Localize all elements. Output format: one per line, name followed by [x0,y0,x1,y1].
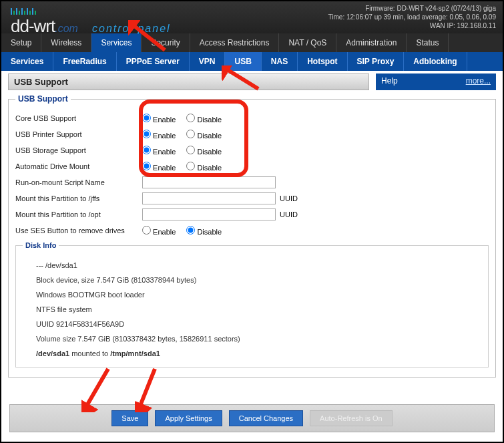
logo-text: dd-wrt [11,16,55,36]
mount-enable-radio[interactable] [142,162,151,170]
disk-line: NTFS file system [29,302,475,317]
firmware-line: Firmware: DD-WRT v24-sp2 (07/24/13) giga [328,4,496,13]
tab-status[interactable]: Status [407,33,449,52]
subtab-sip-proxy[interactable]: SIP Proxy [348,52,405,71]
storage-enable-radio[interactable] [142,146,151,154]
header: dd-wrt.com control panel Firmware: DD-WR… [1,1,503,33]
logo-bars-icon [11,7,37,15]
help-title: Help [381,76,398,88]
opt-input[interactable] [142,208,276,220]
disk-info-fieldset: Disk Info --- /dev/sda1 Block device, si… [15,241,489,367]
jffs-input[interactable] [142,192,276,204]
disk-line: Windows BOOTMGR boot loader [29,287,475,302]
uptime-line: Time: 12:06:07 up 39 min, load average: … [328,13,496,21]
subtab-vpn[interactable]: VPN [190,52,226,71]
disk-info-legend: Disk Info [23,241,59,249]
core-usb-label: Core USB Support [15,114,142,122]
apply-settings-button[interactable]: Apply Settings [155,410,222,426]
core-usb-disable-radio[interactable] [186,114,195,122]
tabs-sub: Services FreeRadius PPPoE Server VPN USB… [1,52,503,71]
usb-support-legend: USB Support [15,94,71,104]
jffs-uuid-label: UUID [280,194,298,202]
tab-nat-qos[interactable]: NAT / QoS [279,33,336,52]
subtab-freeradius[interactable]: FreeRadius [53,52,116,71]
help-panel-header: Help more... [376,73,496,90]
script-label: Run-on-mount Script Name [15,178,142,186]
save-button[interactable]: Save [111,410,148,426]
help-more-link[interactable]: more... [466,76,491,88]
wanip-line: WAN IP: 192.168.0.11 [328,21,496,30]
disk-mounted-line: /dev/sda1 mounted to /tmp/mnt/sda1 [29,346,475,361]
core-usb-enable-radio[interactable] [142,114,151,122]
page-title: USB Support [8,73,369,90]
mount-label: Automatic Drive Mount [15,162,142,170]
printer-label: USB Printer Support [15,130,142,138]
opt-uuid-label: UUID [280,210,298,218]
jffs-label: Mount this Partition to /jffs [15,194,142,202]
logo-subtitle: control panel [92,23,171,34]
ses-disable-radio[interactable] [186,226,195,235]
ses-label: Use SES Button to remove drives [15,227,142,235]
subtab-hotspot[interactable]: Hotspot [298,52,347,71]
disk-line: --- /dev/sda1 [29,258,475,273]
subtab-adblocking[interactable]: Adblocking [404,52,467,71]
header-info: Firmware: DD-WRT v24-sp2 (07/24/13) giga… [328,4,496,30]
script-input[interactable] [142,176,276,188]
mount-disable-radio[interactable] [186,162,195,170]
tab-access-restrictions[interactable]: Access Restrictions [190,33,280,52]
logo-ext: .com [55,23,78,34]
opt-label: Mount this Partition to /opt [15,210,142,218]
storage-label: USB Storage Support [15,146,142,154]
subtab-usb[interactable]: USB [225,52,261,71]
disk-line: Block device, size 7.547 GiB (8103378944… [29,273,475,287]
storage-disable-radio[interactable] [186,146,195,154]
ses-enable-radio[interactable] [142,226,151,235]
disk-line: UUID 9214F58314F56A9D [29,317,475,331]
disk-line: Volume size 7.547 GiB (8103378432 bytes,… [29,331,475,346]
printer-enable-radio[interactable] [142,130,151,138]
auto-refresh-button[interactable]: Auto-Refresh is On [310,410,393,426]
logo: dd-wrt.com control panel [11,7,171,37]
subtab-pppoe-server[interactable]: PPPoE Server [117,52,190,71]
subtab-nas[interactable]: NAS [262,52,298,71]
cancel-changes-button[interactable]: Cancel Changes [229,410,303,426]
footer-buttons: Save Apply Settings Cancel Changes Auto-… [9,404,495,432]
usb-support-fieldset: USB Support Core USB Support Enable Disa… [8,94,496,378]
subtab-services[interactable]: Services [1,52,53,71]
tab-administration[interactable]: Administration [336,33,407,52]
printer-disable-radio[interactable] [186,130,195,138]
